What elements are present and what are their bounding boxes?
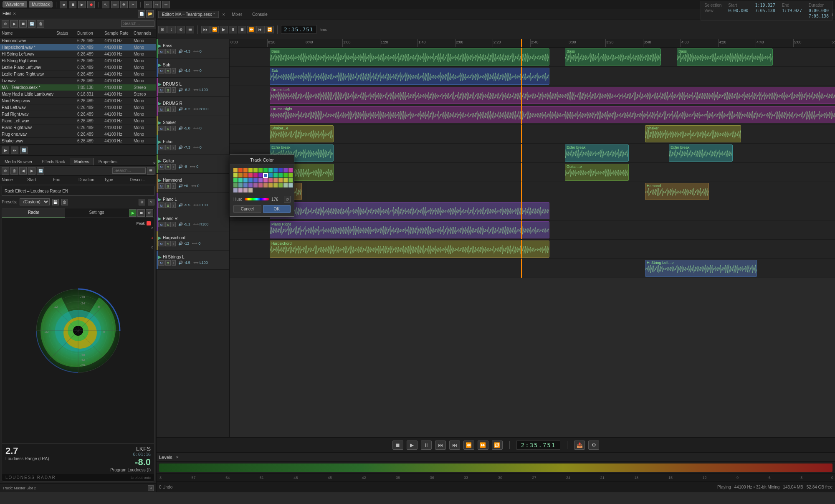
mk-del[interactable]: 🗑 [10, 167, 18, 175]
color-swatch[interactable] [288, 183, 293, 187]
trans-export[interactable]: 📤 [574, 441, 585, 450]
tc-icon3[interactable]: ⊗ [177, 26, 185, 33]
color-swatch[interactable] [268, 178, 273, 182]
track-solo-btn[interactable]: S [165, 145, 171, 150]
color-swatch[interactable] [263, 173, 268, 177]
tc-rewind[interactable]: ⏪ [210, 26, 219, 33]
tab-media-browser[interactable]: Media Browser [0, 158, 37, 165]
file-row[interactable]: Lezlie Piano Right.wav 6:26.489 44100 Hz… [0, 71, 156, 78]
track-solo-btn[interactable]: S [165, 49, 171, 54]
file-row[interactable]: Liz.wav 6:26.489 44100 Hz Mono [0, 78, 156, 84]
track-header[interactable]: ▶Piano L M S I 🔊 -5.5 ⟺ L100 [157, 193, 229, 212]
color-swatch[interactable] [233, 178, 238, 182]
color-swatch[interactable] [273, 168, 278, 172]
color-swatch[interactable] [243, 183, 248, 187]
color-swatch[interactable] [253, 178, 258, 182]
tab-effects-rack[interactable]: Effects Rack [37, 158, 70, 165]
hue-slider[interactable] [245, 198, 269, 200]
tf-icon1[interactable]: ⊕ [148, 485, 154, 491]
color-swatch[interactable] [263, 168, 268, 172]
color-swatch[interactable] [243, 173, 248, 177]
color-swatch[interactable] [258, 173, 263, 177]
color-swatch[interactable] [243, 178, 248, 182]
track-clip[interactable]: Shaker...e [270, 125, 334, 142]
radar-play[interactable]: ▶ [129, 209, 137, 217]
track-mute-btn[interactable]: M [158, 145, 164, 150]
tab-properties[interactable]: Properties [94, 158, 122, 165]
console-btn[interactable]: Console [249, 11, 271, 18]
file-row[interactable]: MA - Teardrop.sesx * 7:05.138 44100 Hz S… [0, 84, 156, 91]
track-mute-btn[interactable]: M [158, 126, 164, 131]
preset-info[interactable]: ? [148, 199, 154, 205]
color-swatch[interactable] [283, 168, 288, 172]
tc-forward[interactable]: ⏩ [247, 26, 256, 33]
file-row[interactable]: Shaker.wav 6:26.489 44100 Hz Mono [0, 138, 156, 144]
track-input-btn[interactable]: I [172, 87, 176, 93]
file-row[interactable]: Nord Beep.wav 6:26.489 44100 Hz Mono [0, 98, 156, 104]
color-swatch[interactable] [248, 168, 253, 172]
track-header[interactable]: ▶Hi Strings L M S I 🔊 -4.5 ⟺ L100 [157, 251, 229, 270]
color-swatch[interactable] [273, 178, 278, 182]
track-row[interactable]: BassBassBass [230, 48, 835, 67]
track-input-btn[interactable]: I [172, 145, 176, 150]
tc-stop[interactable]: ⏹ [238, 26, 246, 33]
levels-close[interactable]: ✕ [176, 455, 179, 459]
track-header[interactable]: ▶Harpsichord M S I 🔊 -12 ⟺ 0 [157, 231, 229, 251]
track-mute-btn[interactable]: M [158, 68, 164, 73]
radar-tab-settings[interactable]: Settings [65, 208, 128, 218]
trans-to-end[interactable]: ⏭ [449, 441, 460, 450]
play-icon[interactable]: ▶ [78, 1, 86, 8]
color-swatch[interactable] [258, 178, 263, 182]
file-row[interactable]: Lezlie Piano Left.wav 6:26.489 44100 Hz … [0, 64, 156, 71]
color-swatch[interactable] [278, 168, 283, 172]
tcd-cancel[interactable]: Cancel [233, 205, 261, 213]
track-mute-btn[interactable]: M [158, 203, 164, 208]
tcd-reset[interactable]: ↺ [284, 196, 291, 203]
mk-next[interactable]: ▶ [28, 167, 35, 175]
color-swatch[interactable] [238, 173, 243, 177]
color-swatch[interactable] [268, 173, 273, 177]
preset-save[interactable]: 💾 [52, 199, 59, 205]
file-row[interactable]: Pad Right.wav 6:26.489 44100 Hz Mono [0, 111, 156, 118]
redo-icon[interactable]: ↪ [153, 1, 161, 8]
track-header[interactable]: ▶Shaker M S I 🔊 -5.8 ⟺ 0 [157, 116, 229, 135]
track-clip[interactable]: Piano Right [270, 221, 549, 238]
color-swatch[interactable] [233, 183, 238, 187]
trans-to-start[interactable]: ⏮ [435, 441, 446, 450]
color-swatch[interactable] [253, 173, 258, 177]
ff-play[interactable]: ▶ [2, 147, 9, 154]
track-row[interactable]: Piano Right [230, 220, 835, 240]
trans-loop[interactable]: 🔁 [492, 441, 503, 450]
track-input-btn[interactable]: I [172, 222, 176, 227]
track-input-btn[interactable]: I [172, 260, 176, 266]
track-solo-btn[interactable]: S [165, 203, 171, 208]
file-row[interactable]: Piano Left.wav 6:26.489 44100 Hz Mono [0, 118, 156, 124]
mixer-btn[interactable]: Mixer [229, 11, 245, 18]
track-mute-btn[interactable]: M [158, 164, 164, 170]
radar-stop[interactable]: ⏹ [137, 209, 145, 217]
track-header[interactable]: ▶DRUMS L M S I 🔊 -6.2 ⟺ L100 [157, 78, 229, 97]
tc-play[interactable]: ▶ [220, 26, 228, 33]
preset-del[interactable]: 🗑 [61, 199, 68, 205]
track-clip[interactable]: Hamond [645, 183, 709, 200]
track-header[interactable]: ▶Hammond M S I 🔊 +0 ⟺ 0 [157, 174, 229, 193]
color-swatch[interactable] [238, 178, 243, 182]
file-row[interactable]: Mary Had a Little Lamb.wav 0:18.831 4410… [0, 91, 156, 98]
color-swatch[interactable] [278, 173, 283, 177]
color-swatch[interactable] [263, 178, 268, 182]
file-row[interactable]: Piano Right.wav 6:26.489 44100 Hz Mono [0, 124, 156, 131]
radar-reset[interactable]: ↺ [146, 209, 153, 217]
undo-icon[interactable]: ↩ [144, 1, 152, 8]
track-mute-btn[interactable]: M [158, 106, 164, 112]
color-swatch[interactable] [283, 173, 288, 177]
track-clip[interactable]: Hi String Left...e [645, 260, 757, 277]
track-clip[interactable]: Bass [677, 48, 773, 66]
track-input-btn[interactable]: I [172, 164, 176, 170]
mk-add[interactable]: ⊕ [2, 167, 9, 175]
trans-stop[interactable]: ⏹ [392, 441, 403, 450]
track-mute-btn[interactable]: M [158, 260, 164, 266]
color-swatch[interactable] [268, 168, 273, 172]
presets-select[interactable]: (Custom) [20, 198, 50, 205]
file-row[interactable]: Hi String Right.wav 6:26.489 44100 Hz Mo… [0, 58, 156, 64]
track-input-btn[interactable]: I [172, 241, 176, 246]
